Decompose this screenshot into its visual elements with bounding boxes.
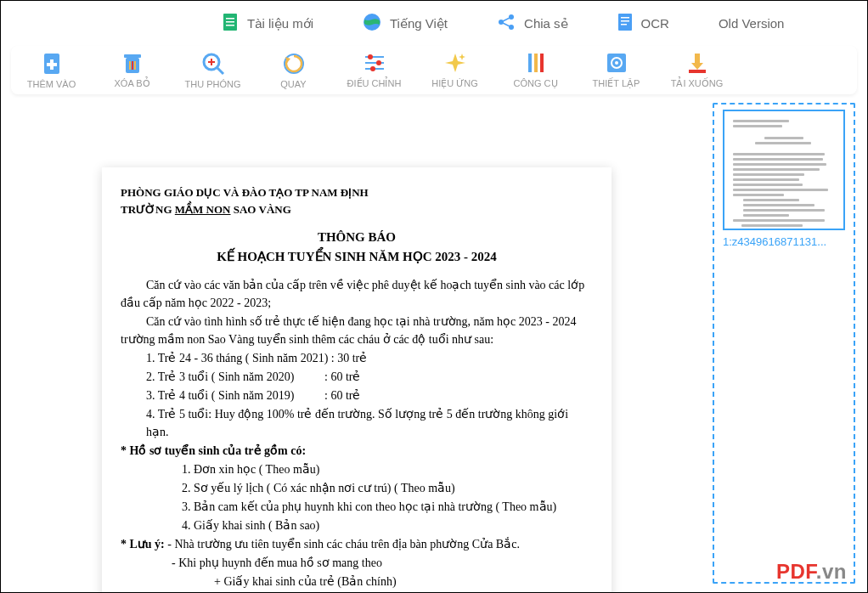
workspace: PHÒNG GIÁO DỤC VÀ ĐÀO TẠO TP NAM ĐỊNH TR…	[1, 94, 867, 592]
thumbnail-content	[733, 120, 835, 230]
doc-hs1: 1. Đơn xin học ( Theo mẫu)	[121, 460, 593, 478]
doc-li3: 3. Trẻ 4 tuổi ( Sinh năm 2019): 60 trẻ	[121, 387, 593, 404]
sparkle-icon	[443, 51, 467, 75]
settings-label: THIẾT LẬP	[593, 78, 640, 89]
share-menu[interactable]: Chia sẻ	[497, 13, 568, 34]
rotate-button[interactable]: QUAY	[253, 52, 334, 89]
svg-line-8	[503, 18, 510, 21]
doc-p1: Căn cứ vào các văn bản của cấp trên về v…	[121, 276, 593, 312]
new-document-label: Tài liệu mới	[247, 16, 313, 31]
globe-icon	[363, 13, 381, 34]
svg-rect-21	[134, 61, 136, 70]
language-menu[interactable]: Tiếng Việt	[363, 13, 448, 34]
doc-body: Căn cứ vào các văn bản của cấp trên về v…	[121, 276, 593, 590]
main-toolbar: THÊM VÀO XÓA BỎ THU PHÓNG QUAY ĐIỀU CHỈN…	[11, 46, 857, 94]
rotate-icon	[282, 52, 306, 76]
tools-icon	[524, 51, 548, 75]
doc-li2: 2. Trẻ 3 tuổi ( Sinh năm 2020): 60 trẻ	[121, 368, 593, 386]
magnifier-icon	[201, 52, 225, 76]
effect-label: HIỆU ỨNG	[431, 78, 478, 89]
adjust-label: ĐIỀU CHỈNH	[347, 78, 402, 89]
doc-p2: Căn cứ vào tình hình số trẻ thực tế hiện…	[121, 313, 593, 348]
svg-rect-40	[689, 70, 706, 73]
ocr-icon	[617, 13, 633, 34]
svg-rect-13	[621, 24, 627, 25]
top-menu: Tài liệu mới Tiếng Việt Chia sẻ OCR Old …	[1, 1, 867, 46]
doc-li4: 4. Trẻ 5 tuổi: Huy động 100% trẻ đến trư…	[121, 405, 593, 441]
document-icon	[222, 13, 239, 34]
add-button[interactable]: THÊM VÀO	[11, 52, 92, 89]
new-document-menu[interactable]: Tài liệu mới	[222, 13, 313, 34]
svg-rect-20	[132, 61, 133, 70]
share-label: Chia sẻ	[524, 16, 568, 31]
zoom-button[interactable]: THU PHÓNG	[172, 52, 253, 89]
svg-point-26	[285, 54, 303, 73]
watermark-pdf: PDF	[776, 560, 816, 583]
doc-hs2: 2. Sơ yếu lý lịch ( Có xác nhận nơi cư t…	[121, 479, 593, 497]
rotate-label: QUAY	[280, 79, 306, 89]
adjust-button[interactable]: ĐIỀU CHỈNH	[334, 51, 414, 89]
svg-rect-10	[618, 14, 632, 31]
watermark-vn: .vn	[816, 560, 847, 583]
share-icon	[497, 13, 516, 34]
svg-point-5	[499, 20, 504, 25]
svg-point-33	[370, 66, 375, 71]
doc-note1: * Lưu ý: - Nhà trường ưu tiên tuyển sinh…	[121, 535, 593, 553]
remove-label: XÓA BỎ	[114, 78, 149, 89]
old-version-label: Old Version	[719, 16, 785, 31]
effect-button[interactable]: HIỆU ỨNG	[414, 51, 495, 89]
svg-point-7	[509, 25, 514, 30]
svg-rect-34	[528, 54, 532, 72]
doc-note3: + Giấy khai sinh của trẻ (Bản chính)	[121, 573, 593, 590]
settings-button[interactable]: THIẾT LẬP	[576, 51, 657, 89]
watermark: PDF.vn	[776, 560, 847, 584]
tools-button[interactable]: CÔNG CỤ	[495, 51, 576, 89]
ocr-label: OCR	[641, 16, 669, 31]
trash-icon	[121, 51, 144, 75]
sliders-icon	[363, 51, 386, 75]
zoom-label: THU PHÓNG	[185, 79, 241, 89]
add-icon	[40, 52, 64, 76]
svg-point-31	[368, 54, 373, 59]
svg-rect-11	[621, 17, 629, 19]
old-version-menu[interactable]: Old Version	[719, 16, 785, 31]
thumbnail-sidebar: 1:z4349616871131...	[713, 103, 855, 584]
tools-label: CÔNG CỤ	[514, 78, 558, 89]
download-label: TẢI XUỐNG	[671, 78, 724, 89]
doc-hs4: 4. Giấy khai sinh ( Bản sao)	[121, 517, 593, 534]
thumbnail-label: 1:z4349616871131...	[723, 235, 845, 248]
doc-subtitle: KẾ HOẠCH TUYỂN SINH NĂM HỌC 2023 - 2024	[121, 247, 593, 267]
svg-rect-1	[226, 18, 234, 20]
svg-rect-2	[226, 21, 234, 23]
add-label: THÊM VÀO	[27, 79, 76, 89]
svg-rect-12	[621, 20, 629, 22]
doc-title: THÔNG BÁO	[121, 228, 593, 247]
svg-line-9	[503, 23, 510, 26]
language-label: Tiếng Việt	[390, 16, 448, 31]
ocr-menu[interactable]: OCR	[617, 13, 669, 34]
svg-marker-42	[691, 63, 703, 70]
svg-rect-3	[226, 25, 234, 26]
svg-rect-35	[534, 54, 538, 72]
svg-point-39	[615, 61, 618, 65]
svg-point-6	[509, 14, 514, 20]
svg-rect-16	[47, 63, 57, 66]
svg-rect-19	[129, 61, 131, 70]
download-button[interactable]: TẢI XUỐNG	[657, 51, 737, 89]
remove-button[interactable]: XÓA BỎ	[92, 51, 172, 89]
page-thumbnail[interactable]	[723, 110, 845, 230]
svg-line-23	[217, 68, 223, 74]
svg-rect-36	[540, 54, 544, 72]
doc-note2: - Khi phụ huynh đến mua hồ sơ mang theo	[121, 554, 593, 572]
download-icon	[685, 51, 709, 75]
doc-li1: 1. Trẻ 24 - 36 tháng ( Sinh năm 2021) : …	[121, 349, 593, 367]
svg-point-32	[376, 60, 381, 65]
doc-hs-heading: * Hồ sơ tuyển sinh của trẻ gồm có:	[121, 442, 593, 460]
gear-icon	[605, 51, 628, 75]
doc-header-2: TRƯỜNG MẦM NON SAO VÀNG	[121, 201, 593, 218]
doc-header-1: PHÒNG GIÁO DỤC VÀ ĐÀO TẠO TP NAM ĐỊNH	[121, 184, 593, 201]
svg-rect-41	[695, 54, 700, 64]
svg-rect-18	[124, 54, 141, 58]
document-preview[interactable]: PHÒNG GIÁO DỤC VÀ ĐÀO TẠO TP NAM ĐỊNH TR…	[102, 167, 612, 593]
doc-hs3: 3. Bản cam kết của phụ huynh khi con the…	[121, 498, 593, 516]
